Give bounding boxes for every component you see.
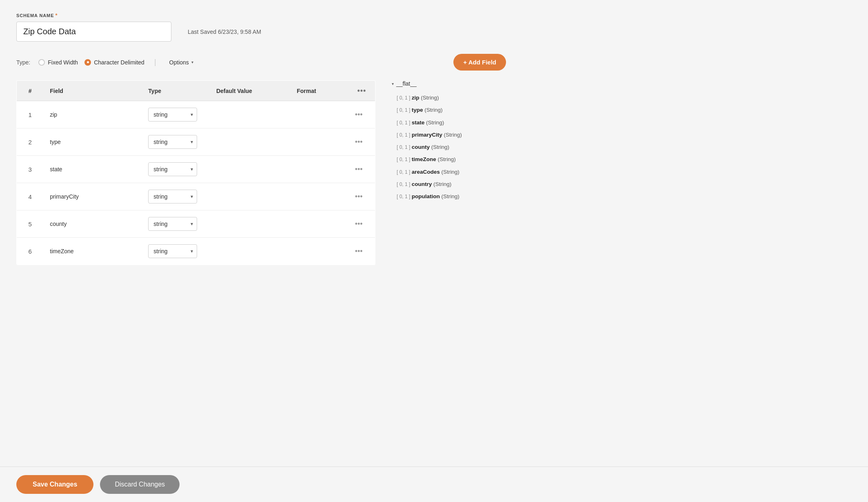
- cell-num: 4: [17, 183, 44, 210]
- schema-name-label: SCHEMA NAME*: [16, 12, 506, 18]
- col-header-default: Default Value: [210, 81, 290, 101]
- schema-name-row: Last Saved 6/23/23, 9:58 AM: [16, 22, 506, 42]
- tree-item: [ 0, 1 ] county (String): [397, 141, 506, 153]
- cell-field: county: [43, 210, 142, 238]
- row-more-icon[interactable]: •••: [355, 192, 363, 201]
- last-saved: Last Saved 6/23/23, 9:58 AM: [188, 29, 261, 35]
- tree-item: [ 0, 1 ] areaCodes (String): [397, 166, 506, 178]
- cell-field: timeZone: [43, 238, 142, 265]
- cell-field: type: [43, 128, 142, 156]
- tree-item-type: (String): [421, 95, 439, 101]
- tree-item-name: primaryCity: [412, 132, 442, 138]
- tree-item-name: timeZone: [412, 156, 436, 162]
- row-more-icon[interactable]: •••: [355, 111, 363, 119]
- col-header-type: Type: [142, 81, 210, 101]
- tree-item-type: (String): [437, 156, 455, 162]
- cell-format: [290, 128, 348, 156]
- type-select-wrapper: stringintegerfloatbooleandatedatetime: [148, 162, 197, 176]
- row-more-icon[interactable]: •••: [355, 165, 363, 173]
- cell-type[interactable]: stringintegerfloatbooleandatedatetime: [142, 210, 210, 238]
- radio-circle-delimited: [84, 59, 91, 66]
- type-row: Type: Fixed Width Character Delimited | …: [16, 54, 506, 71]
- radio-group: Fixed Width Character Delimited: [38, 59, 144, 66]
- tree-root-node: __flat__: [396, 80, 417, 87]
- row-more-icon[interactable]: •••: [355, 220, 363, 228]
- schema-name-section: SCHEMA NAME* Last Saved 6/23/23, 9:58 AM: [16, 12, 506, 42]
- tree-item-range: [ 0, 1 ]: [397, 95, 412, 101]
- table-row: 3statestringintegerfloatbooleandatedatet…: [17, 156, 375, 183]
- table-scroll-container[interactable]: # Field Type Default Value Format ••• 1z…: [16, 80, 375, 265]
- required-star: *: [55, 12, 58, 18]
- tree-item-type: (String): [426, 119, 444, 126]
- cell-type[interactable]: stringintegerfloatbooleandatedatetime: [142, 183, 210, 210]
- schema-name-input[interactable]: [16, 22, 171, 42]
- row-more-icon[interactable]: •••: [355, 247, 363, 255]
- tree-item-type: (String): [433, 181, 451, 187]
- options-button[interactable]: Options ▾: [166, 57, 197, 68]
- cell-format: [290, 183, 348, 210]
- row-more-icon[interactable]: •••: [355, 138, 363, 146]
- discard-changes-button[interactable]: Discard Changes: [100, 475, 180, 494]
- type-select[interactable]: stringintegerfloatbooleandatedatetime: [148, 108, 197, 122]
- table-row: 2typestringintegerfloatbooleandatedateti…: [17, 128, 375, 156]
- tree-item: [ 0, 1 ] type (String): [397, 104, 506, 116]
- type-select[interactable]: stringintegerfloatbooleandatedatetime: [148, 217, 197, 231]
- type-select[interactable]: stringintegerfloatbooleandatedatetime: [148, 244, 197, 258]
- add-field-button[interactable]: + Add Field: [453, 54, 506, 71]
- type-select[interactable]: stringintegerfloatbooleandatedatetime: [148, 135, 197, 149]
- cell-type[interactable]: stringintegerfloatbooleandatedatetime: [142, 156, 210, 183]
- cell-num: 5: [17, 210, 44, 238]
- radio-fixed-width[interactable]: Fixed Width: [38, 59, 78, 66]
- tree-item-range: [ 0, 1 ]: [397, 120, 412, 126]
- cell-format: [290, 238, 348, 265]
- radio-character-delimited[interactable]: Character Delimited: [84, 59, 144, 66]
- cell-field: primaryCity: [43, 183, 142, 210]
- type-select-wrapper: stringintegerfloatbooleandatedatetime: [148, 108, 197, 122]
- type-select[interactable]: stringintegerfloatbooleandatedatetime: [148, 162, 197, 176]
- cell-field: zip: [43, 101, 142, 128]
- type-label: Type:: [16, 59, 30, 66]
- cell-type[interactable]: stringintegerfloatbooleandatedatetime: [142, 238, 210, 265]
- cell-format: [290, 156, 348, 183]
- tree-item-range: [ 0, 1 ]: [397, 132, 412, 138]
- col-header-format: Format: [290, 81, 348, 101]
- cell-more[interactable]: •••: [349, 238, 375, 265]
- table-section: # Field Type Default Value Format ••• 1z…: [16, 80, 375, 265]
- save-changes-button[interactable]: Save Changes: [16, 475, 93, 494]
- tree-item-range: [ 0, 1 ]: [397, 169, 412, 175]
- radio-label-fixed: Fixed Width: [48, 59, 78, 66]
- cell-more[interactable]: •••: [349, 210, 375, 238]
- table-body: 1zipstringintegerfloatbooleandatedatetim…: [17, 101, 375, 265]
- cell-num: 1: [17, 101, 44, 128]
- cell-default: [210, 238, 290, 265]
- table-row: 4primaryCitystringintegerfloatbooleandat…: [17, 183, 375, 210]
- right-panel: ▾ __flat__ [ 0, 1 ] zip (String)[ 0, 1 ]…: [392, 80, 506, 203]
- tree-item-range: [ 0, 1 ]: [397, 144, 412, 150]
- tree-items: [ 0, 1 ] zip (String)[ 0, 1 ] type (Stri…: [392, 92, 506, 203]
- bottom-bar: Save Changes Discard Changes: [0, 467, 868, 502]
- type-select[interactable]: stringintegerfloatbooleandatedatetime: [148, 190, 197, 203]
- cell-more[interactable]: •••: [349, 128, 375, 156]
- cell-type[interactable]: stringintegerfloatbooleandatedatetime: [142, 128, 210, 156]
- cell-default: [210, 128, 290, 156]
- cell-more[interactable]: •••: [349, 183, 375, 210]
- divider-pipe: |: [154, 58, 156, 66]
- tree-item-type: (String): [441, 193, 459, 199]
- cell-default: [210, 101, 290, 128]
- tree-expand-icon[interactable]: ▾: [392, 82, 394, 86]
- tree-item-type: (String): [424, 107, 442, 113]
- cell-num: 3: [17, 156, 44, 183]
- tree-item-name: state: [412, 119, 425, 126]
- col-header-num: #: [17, 81, 44, 101]
- tree-item-name: population: [412, 193, 440, 199]
- radio-circle-fixed: [38, 59, 45, 66]
- cell-more[interactable]: •••: [349, 156, 375, 183]
- radio-label-delimited: Character Delimited: [94, 59, 144, 66]
- cell-num: 2: [17, 128, 44, 156]
- type-select-wrapper: stringintegerfloatbooleandatedatetime: [148, 244, 197, 258]
- cell-more[interactable]: •••: [349, 101, 375, 128]
- tree-item: [ 0, 1 ] population (String): [397, 190, 506, 203]
- cell-type[interactable]: stringintegerfloatbooleandatedatetime: [142, 101, 210, 128]
- tree-item-range: [ 0, 1 ]: [397, 107, 412, 113]
- schema-table: # Field Type Default Value Format ••• 1z…: [16, 80, 375, 265]
